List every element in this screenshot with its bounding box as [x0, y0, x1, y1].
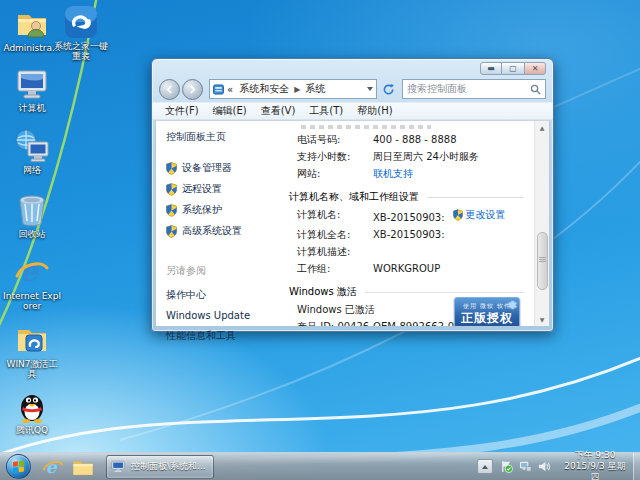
online-support-link[interactable]: 联机支持	[373, 168, 413, 179]
scrollbar-thumb[interactable]	[537, 232, 548, 290]
start-button[interactable]	[6, 454, 31, 479]
clipped-scrolled-row	[301, 125, 431, 129]
change-settings-link[interactable]: 更改设置	[466, 209, 506, 221]
uac-shield-icon	[166, 225, 177, 238]
network-tray-icon[interactable]	[518, 459, 533, 474]
sidebar-item-windows-update[interactable]: Windows Update	[166, 310, 250, 321]
desktop: Administra... 系统之家一键重装 计算机 网络 回收站 e Inte…	[0, 0, 640, 480]
maximize-button[interactable]: ▢	[502, 62, 524, 75]
svg-text:e: e	[46, 456, 58, 476]
action-center-icon[interactable]	[499, 459, 514, 474]
sidebar-item-action-center[interactable]: 操作中心	[166, 288, 250, 302]
system-window: ▬ ▢ ✕ « 系统和安全 ▶ 系统	[151, 58, 554, 332]
desktop-icon-internet-explorer[interactable]: e Internet Explorer	[3, 254, 61, 311]
breadcrumb-system[interactable]: 系统	[305, 82, 325, 96]
desktop-icon-label: 腾讯QQ	[3, 425, 61, 435]
sidebar-item-remote-settings[interactable]: 远程设置	[166, 182, 283, 196]
row-value: XB-20150903:	[373, 229, 530, 241]
task-button-label: 控制面板\系统和...	[131, 460, 209, 473]
minimize-button[interactable]: ▬	[480, 62, 502, 75]
menu-edit[interactable]: 编辑(E)	[206, 104, 254, 118]
row-value: XB-20150903:更改设置	[373, 209, 530, 224]
system-content: 电话号码: 400 - 888 - 8888 支持小时数: 周日至周六 24小时…	[283, 121, 534, 326]
taskbar-clock[interactable]: 下午 9:30 2015/9/3 星期四	[560, 450, 630, 480]
volume-icon[interactable]	[537, 459, 552, 474]
search-input[interactable]: 搜索控制面板	[402, 79, 546, 99]
taskbar-ie-icon[interactable]: e	[38, 455, 68, 479]
desktop-icon-label: 回收站	[3, 229, 61, 239]
info-row-full-name: 计算机全名: XB-20150903:	[297, 229, 530, 241]
desktop-icon-win7-activator[interactable]: WIN7激活工具	[3, 322, 61, 379]
info-row-description: 计算机描述:	[297, 246, 530, 258]
computer-icon	[14, 66, 50, 102]
row-label: 计算机描述:	[297, 246, 373, 258]
row-value: 400 - 888 - 8888	[373, 134, 530, 146]
taskbar-task-control-panel[interactable]: 控制面板\系统和...	[106, 455, 214, 479]
show-desktop-button[interactable]	[633, 453, 640, 480]
menu-view[interactable]: 查看(V)	[254, 104, 303, 118]
sidebar-item-system-protection[interactable]: 系统保护	[166, 203, 283, 217]
address-bar[interactable]: « 系统和安全 ▶ 系统	[209, 79, 377, 99]
forward-button[interactable]	[182, 79, 203, 100]
sidebar-item-label: 远程设置	[182, 182, 222, 196]
uac-shield-icon	[166, 183, 177, 196]
info-row-support-hours: 支持小时数: 周日至周六 24小时服务	[297, 151, 530, 163]
sidebar-item-control-panel-home[interactable]: 控制面板主页	[166, 130, 283, 144]
vertical-scrollbar[interactable]: ▲ ▼	[534, 121, 549, 326]
sidebar: 控制面板主页 设备管理器 远程设置 系统保护 高级系统设置	[156, 121, 283, 326]
clock-date: 2015/9/3 星期四	[560, 461, 630, 480]
uac-shield-icon	[453, 209, 463, 221]
sidebar-item-performance-tools[interactable]: 性能信息和工具	[166, 329, 250, 343]
search-icon	[530, 84, 541, 95]
desktop-icon-label: 计算机	[3, 103, 61, 113]
genuine-windows-badge[interactable]: 使用 微软 软件 正版授权 安全 稳定 声誉 ✱	[454, 297, 520, 326]
address-dropdown-icon[interactable]	[367, 87, 373, 91]
row-value	[373, 246, 530, 258]
sidebar-item-device-manager[interactable]: 设备管理器	[166, 161, 283, 175]
menu-help[interactable]: 帮助(H)	[350, 104, 399, 118]
menu-file[interactable]: 文件(F)	[158, 104, 206, 118]
row-label: 电话号码:	[297, 134, 373, 146]
see-also-header: 另请参阅	[166, 264, 250, 278]
activation-block: Windows 已激活 产品 ID: 00426-OEM-8992662-000…	[297, 304, 530, 326]
back-button[interactable]	[159, 79, 180, 100]
title-bar[interactable]: ▬ ▢ ✕	[152, 59, 553, 76]
control-panel-icon	[213, 84, 224, 95]
scroll-down-icon[interactable]: ▼	[540, 313, 545, 326]
see-also-group: 另请参阅 操作中心 Windows Update 性能信息和工具	[166, 264, 250, 351]
refresh-button[interactable]	[379, 79, 397, 99]
row-label: 支持小时数:	[297, 151, 373, 163]
product-id: 产品 ID: 00426-OEM-8992662-00006	[297, 321, 479, 326]
ie-icon: e	[14, 254, 50, 290]
desktop-icon-recycle-bin[interactable]: 回收站	[3, 192, 61, 239]
sidebar-item-label: 高级系统设置	[182, 224, 242, 238]
navigation-bar: « 系统和安全 ▶ 系统 搜索控制面板	[152, 76, 553, 102]
taskbar-explorer-icon[interactable]	[68, 455, 98, 479]
desktop-icon-computer[interactable]: 计算机	[3, 66, 61, 113]
row-label: 计算机全名:	[297, 229, 373, 241]
desktop-icon-label: 网络	[3, 165, 61, 175]
desktop-icon-network[interactable]: 网络	[3, 128, 61, 175]
breadcrumb-security[interactable]: 系统和安全	[239, 82, 289, 96]
row-label: 计算机名:	[297, 209, 373, 224]
sidebar-item-label: 设备管理器	[182, 161, 232, 175]
sidebar-item-advanced-settings[interactable]: 高级系统设置	[166, 224, 283, 238]
window-body: 控制面板主页 设备管理器 远程设置 系统保护 高级系统设置	[155, 120, 550, 326]
desktop-icon-qq[interactable]: 腾讯QQ	[3, 388, 61, 435]
row-label: 工作组:	[297, 263, 373, 275]
info-row-workgroup: 工作组: WORKGROUP	[297, 263, 530, 275]
row-value: 周日至周六 24小时服务	[373, 151, 530, 163]
info-row-computer-name: 计算机名: XB-20150903:更改设置	[297, 209, 530, 224]
search-placeholder: 搜索控制面板	[407, 82, 530, 96]
menu-tools[interactable]: 工具(T)	[302, 104, 350, 118]
desktop-icon-label: WIN7激活工具	[3, 359, 61, 379]
desktop-icon-one-key-reinstall[interactable]: 系统之家一键重装	[50, 4, 112, 61]
show-hidden-icons-button[interactable]	[477, 459, 493, 474]
info-row-phone: 电话号码: 400 - 888 - 8888	[297, 134, 530, 146]
taskbar: e 控制面板\系统和... 下午 9:30 2015/9/3 星期四	[0, 452, 640, 480]
desktop-icon-label: 系统之家一键重装	[50, 41, 112, 61]
breadcrumb-chevrons[interactable]: «	[227, 84, 233, 95]
close-button[interactable]: ✕	[524, 62, 546, 75]
svg-text:e: e	[20, 255, 40, 288]
scroll-up-icon[interactable]: ▲	[540, 121, 545, 134]
